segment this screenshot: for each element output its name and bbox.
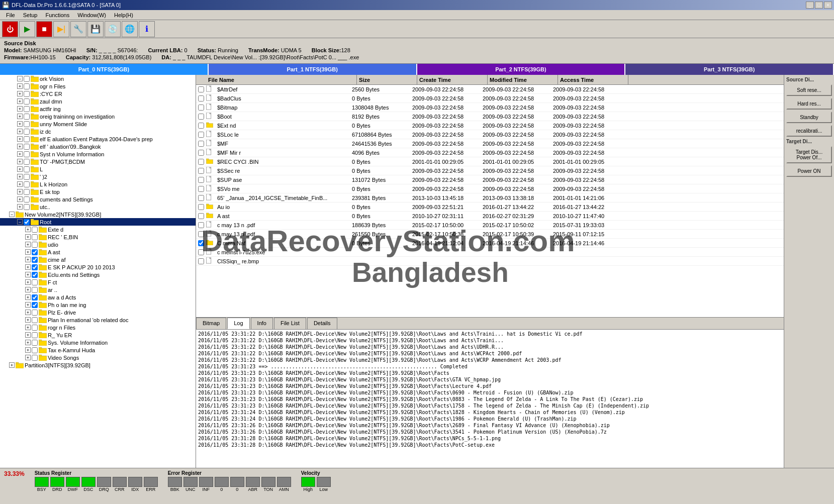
tree-item[interactable]: +Plz E- drive bbox=[0, 309, 196, 316]
tree-checkbox[interactable] bbox=[24, 121, 30, 127]
tree-expander-icon[interactable]: + bbox=[17, 189, 23, 194]
tree-item[interactable]: +TO' -PMGT,BCDM bbox=[0, 158, 196, 165]
file-checkbox[interactable] bbox=[198, 258, 204, 264]
file-checkbox[interactable] bbox=[198, 150, 204, 156]
tree-checkbox[interactable] bbox=[32, 302, 38, 308]
tree-expander-icon[interactable]: + bbox=[17, 166, 23, 172]
tree-item[interactable]: −New Volume2[NTFS][39.92GB] bbox=[0, 211, 196, 218]
tree-expander-icon[interactable]: + bbox=[17, 181, 23, 187]
tree-checkbox[interactable] bbox=[32, 257, 38, 263]
tree-expander-icon[interactable]: + bbox=[17, 121, 23, 127]
tree-expander-icon[interactable]: + bbox=[17, 144, 23, 149]
tree-item[interactable]: +ar .. bbox=[0, 286, 196, 293]
tree-expander-icon[interactable]: + bbox=[25, 257, 31, 262]
tree-expander-icon[interactable]: − bbox=[9, 212, 15, 217]
tree-item[interactable]: +A ast bbox=[0, 248, 196, 256]
tree-checkbox[interactable] bbox=[24, 189, 30, 195]
tree-item[interactable]: +actfir ing bbox=[0, 105, 196, 113]
tree-expander-icon[interactable]: − bbox=[17, 76, 23, 81]
tree-checkbox[interactable] bbox=[24, 129, 30, 135]
file-row[interactable]: $REC CYCl .BIN0 Bytes2001-01-01 00:29:05… bbox=[196, 157, 784, 166]
file-row[interactable]: $Ext nd0 Bytes2009-09-03 22:24:582009-09… bbox=[196, 121, 784, 130]
tree-item[interactable]: +elf E aluation Event Pattaya 2004-Dave'… bbox=[0, 135, 196, 143]
file-checkbox[interactable] bbox=[198, 177, 204, 183]
file-row[interactable]: 65' _Janua _2014_IGCSE_Timetable_FinB...… bbox=[196, 193, 784, 203]
file-checkbox[interactable] bbox=[198, 168, 204, 174]
partition-part-2[interactable]: Part_2 NTFS(39GB) bbox=[417, 64, 626, 75]
tree-item[interactable]: +' )2 bbox=[0, 173, 196, 180]
restore-button[interactable]: □ bbox=[815, 2, 823, 9]
menu-item-helph[interactable]: Help(H) bbox=[110, 11, 137, 19]
power-button[interactable]: ⏻ bbox=[2, 21, 18, 37]
tree-item[interactable]: +Video Songs bbox=[0, 354, 196, 361]
tree-expander-icon[interactable]: + bbox=[17, 159, 23, 164]
menu-item-setup[interactable]: Setup bbox=[19, 11, 42, 19]
file-checkbox[interactable] bbox=[198, 213, 204, 219]
info-button[interactable]: ℹ bbox=[139, 21, 155, 37]
disk-button[interactable]: 💿 bbox=[105, 21, 121, 37]
tree-checkbox[interactable] bbox=[24, 174, 30, 180]
tree-checkbox[interactable] bbox=[32, 234, 38, 240]
tree-item[interactable]: −Root bbox=[0, 218, 196, 226]
tree-checkbox[interactable] bbox=[32, 347, 38, 353]
file-checkbox[interactable] bbox=[198, 132, 204, 138]
save-button[interactable]: 💾 bbox=[87, 21, 104, 37]
file-checkbox[interactable] bbox=[198, 249, 204, 255]
tree-item[interactable]: +elf ' aluation'09..Bangkok bbox=[0, 143, 196, 150]
file-row[interactable]: A ast0 Bytes2010-10-27 02:31:112016-02-2… bbox=[196, 212, 784, 221]
file-checkbox[interactable] bbox=[198, 186, 204, 192]
tree-item[interactable]: +E sk top bbox=[0, 188, 196, 195]
tree-checkbox[interactable] bbox=[32, 294, 38, 300]
stop-button[interactable]: ■ bbox=[36, 21, 52, 37]
tree-checkbox[interactable] bbox=[24, 98, 30, 105]
tree-expander-icon[interactable]: + bbox=[25, 242, 31, 247]
tree-expander-icon[interactable]: + bbox=[17, 91, 23, 96]
tree-expander-icon[interactable]: + bbox=[17, 136, 23, 142]
tree-item[interactable]: +Eclu.ents nd Settings bbox=[0, 271, 196, 278]
tree-expander-icon[interactable]: − bbox=[17, 219, 23, 225]
tree-expander-icon[interactable]: + bbox=[25, 272, 31, 277]
file-row[interactable]: c may 13 n .pdf261550 Bytes2015-02-17 10… bbox=[196, 230, 784, 239]
tree-item[interactable]: +utc.. bbox=[0, 203, 196, 211]
hard-reset-button[interactable]: Hard res... bbox=[786, 98, 832, 110]
tree-item[interactable]: +aw a d Acts bbox=[0, 293, 196, 301]
tree-expander-icon[interactable]: + bbox=[25, 310, 31, 315]
tree-expander-icon[interactable]: + bbox=[25, 317, 31, 323]
file-row[interactable]: $Bitmap1308048 Bytes2009-09-03 22:24:582… bbox=[196, 103, 784, 112]
file-checkbox[interactable] bbox=[198, 195, 204, 201]
tree-item[interactable]: +:CYC ER bbox=[0, 90, 196, 97]
tree-item[interactable]: +Syst n Volume Information bbox=[0, 150, 196, 158]
tree-checkbox[interactable] bbox=[24, 159, 30, 165]
tab-log[interactable]: Log bbox=[227, 318, 249, 329]
file-checkbox[interactable] bbox=[198, 231, 204, 237]
tree-expander-icon[interactable]: + bbox=[9, 362, 15, 368]
tree-item[interactable]: +unny Moment Slide bbox=[0, 120, 196, 128]
file-row[interactable]: Au io0 Bytes2009-09-03 22:51:212016-01-2… bbox=[196, 203, 784, 212]
tree-checkbox[interactable] bbox=[32, 264, 38, 270]
col-create-header[interactable]: Create Time bbox=[417, 75, 488, 84]
file-row[interactable]: $SUP ase131072 Bytes2009-09-03 22:24:582… bbox=[196, 175, 784, 184]
tab-bitmap[interactable]: Bitmap bbox=[196, 318, 226, 329]
tree-expander-icon[interactable]: + bbox=[25, 340, 31, 345]
tree-expander-icon[interactable]: + bbox=[17, 98, 23, 104]
tree-item[interactable]: +ogr n Files bbox=[0, 82, 196, 90]
tree-checkbox[interactable] bbox=[32, 287, 38, 293]
tree-checkbox[interactable] bbox=[32, 332, 38, 338]
tree-item[interactable]: +oreig traininng on investigation bbox=[0, 113, 196, 120]
file-checkbox[interactable] bbox=[198, 141, 204, 147]
tree-checkbox[interactable] bbox=[24, 106, 30, 112]
file-checkbox[interactable] bbox=[198, 123, 204, 129]
tree-expander-icon[interactable]: + bbox=[17, 151, 23, 157]
tree-expander-icon[interactable]: + bbox=[25, 302, 31, 308]
tree-item[interactable]: −ork Vision bbox=[0, 75, 196, 82]
tree-expander-icon[interactable]: + bbox=[25, 332, 31, 338]
tree-checkbox[interactable] bbox=[24, 204, 30, 210]
tree-checkbox[interactable] bbox=[24, 219, 30, 225]
col-modified-header[interactable]: Modified Time bbox=[488, 75, 558, 84]
menu-item-file[interactable]: File bbox=[2, 11, 19, 19]
tree-item[interactable]: +Exte d bbox=[0, 226, 196, 233]
tree-checkbox[interactable] bbox=[32, 227, 38, 233]
close-button[interactable]: × bbox=[824, 2, 832, 9]
tree-expander-icon[interactable]: + bbox=[25, 227, 31, 232]
tree-expander-icon[interactable]: + bbox=[25, 347, 31, 353]
